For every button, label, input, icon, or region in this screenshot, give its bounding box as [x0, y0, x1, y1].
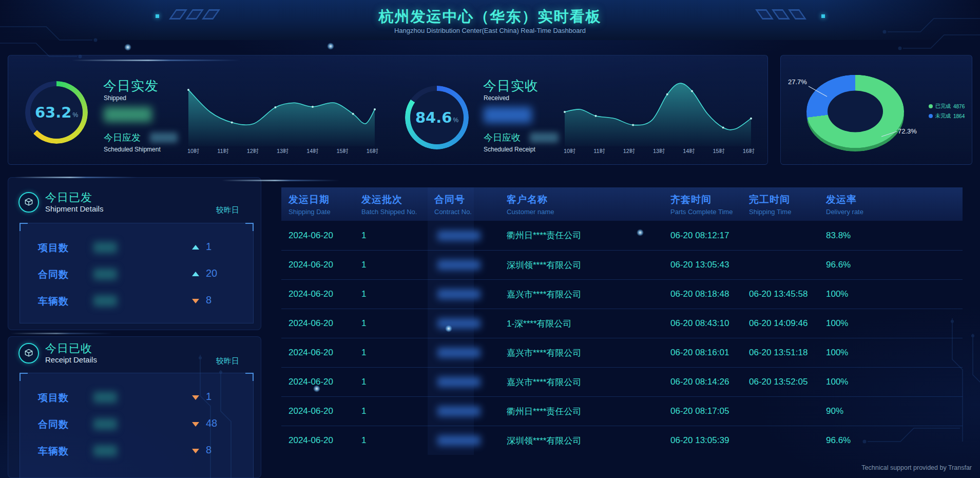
legend-item[interactable]: 未完成 1864	[929, 112, 965, 120]
cell-delivery-rate: 83.8%	[819, 231, 963, 241]
light-streak	[10, 333, 113, 334]
shipped-gauge-value: 63.2	[35, 104, 72, 121]
kpi-row: 合同数 20	[20, 267, 253, 281]
column-title-zh: 发运日期	[289, 193, 354, 206]
circuit-decoration	[169, 355, 252, 478]
cell-customer-name: 1-深****有限公司	[499, 318, 663, 330]
shipment-compare-label: 较昨日	[216, 205, 239, 215]
x-axis-tick: 12时	[247, 147, 259, 155]
kpi-label: 车辆数	[38, 295, 69, 308]
cell-contract-no	[427, 435, 499, 446]
cell-customer-name: 嘉兴市****有限公司	[499, 376, 663, 388]
cell-parts-complete-time: 06-20 08:17:05	[663, 406, 742, 416]
receipt-box-icon	[18, 343, 39, 364]
table-header-cell: 完工时间 Shipping Time	[742, 187, 819, 221]
cell-contract-no	[427, 406, 499, 416]
kpi-label: 项目数	[38, 391, 69, 405]
column-title-en: Batch Shipped No.	[361, 208, 427, 216]
light-streak	[14, 177, 138, 178]
cell-shipping-time: 06-20 13:45:58	[742, 289, 819, 299]
contract-value-blurred	[437, 435, 481, 446]
cell-batch-no: 1	[354, 406, 427, 416]
glow-dot	[313, 385, 320, 392]
x-axis-tick: 15时	[713, 147, 724, 155]
cell-contract-no	[427, 377, 499, 387]
shipped-rate-gauge: 63.2 %	[25, 81, 88, 144]
column-title-zh: 齐套时间	[670, 193, 742, 206]
x-axis-tick: 10时	[564, 147, 575, 155]
table-header-cell: 发运日期 Shipping Date	[281, 187, 354, 221]
table-header-row: 发运日期 Shipping Date 发运批次 Batch Shipped No…	[281, 187, 963, 221]
column-title-en: Shipping Date	[289, 208, 354, 216]
cell-customer-name: 嘉兴市****有限公司	[499, 289, 663, 300]
legend-item[interactable]: 已完成 4876	[929, 103, 965, 110]
received-title: 今日实收	[483, 77, 539, 95]
kpi-value-blurred	[93, 242, 117, 253]
x-axis-tick: 15时	[336, 147, 348, 155]
cell-contract-no	[427, 231, 499, 241]
cell-parts-complete-time: 06-20 08:18:48	[663, 289, 742, 299]
shipment-kpi-box: 项目数 1 合同数 20 车辆数 8	[20, 223, 254, 323]
contract-value-blurred	[437, 231, 481, 241]
x-axis-tick: 13时	[277, 147, 289, 155]
x-axis-tick: 11时	[593, 147, 605, 155]
shipment-details-panel: 今日已发 Shipment Details 较昨日 项目数 1 合同数 20 车…	[8, 177, 261, 330]
kpi-label: 车辆数	[38, 445, 69, 458]
cell-delivery-rate: 100%	[819, 289, 963, 299]
received-trend-chart: 10时11时12时13时14时15时16时	[562, 72, 757, 155]
cell-parts-complete-time: 06-20 13:05:39	[663, 435, 742, 446]
cell-parts-complete-time: 06-20 08:12:17	[663, 231, 742, 241]
cell-parts-complete-time: 06-20 08:43:10	[663, 318, 742, 329]
table-row: 2024-06-20 1 嘉兴市****有限公司 06-20 08:14:26 …	[281, 367, 963, 396]
cell-shipping-date: 2024-06-20	[281, 435, 354, 446]
cell-delivery-rate: 96.6%	[819, 260, 963, 270]
light-streak	[222, 180, 340, 181]
column-title-zh: 完工时间	[749, 193, 819, 206]
column-title-zh: 合同号	[434, 193, 499, 206]
received-gauge-value: 84.6	[415, 109, 452, 126]
cell-customer-name: 嘉兴市****有限公司	[499, 347, 663, 359]
page-title: 杭州发运中心（华东）实时看板	[0, 7, 980, 27]
kpi-value-blurred	[93, 269, 117, 280]
column-title-en: Contract No.	[434, 208, 499, 216]
table-row: 2024-06-20 1 衢州日****责任公司 06-20 08:12:17 …	[281, 221, 963, 250]
cell-batch-no: 1	[354, 231, 427, 241]
legend-label: 未完成	[935, 112, 951, 120]
scheduled-shipment-label: 今日应发	[104, 131, 141, 144]
shipped-trend-chart: 10时11时12时13时14时15时16时	[185, 72, 380, 155]
table-row: 2024-06-20 1 嘉兴市****有限公司 06-20 08:18:48 …	[281, 279, 963, 309]
cell-shipping-date: 2024-06-20	[281, 406, 354, 416]
scheduled-receipt-sublabel: Scheduled Receipt	[484, 146, 535, 153]
legend-dot-icon	[929, 114, 933, 118]
table-header-cell: 发运率 Delivery rate	[819, 187, 963, 221]
cell-delivery-rate: 100%	[819, 348, 963, 358]
cell-batch-no: 1	[354, 289, 427, 299]
contract-value-blurred	[437, 348, 481, 358]
circuit-decoration	[852, 416, 960, 467]
cell-shipping-date: 2024-06-20	[281, 348, 354, 358]
cell-batch-no: 1	[354, 377, 427, 387]
column-title-en: Shipping Time	[749, 208, 819, 216]
cell-contract-no	[427, 260, 499, 270]
cell-delivery-rate: 100%	[819, 318, 963, 329]
donut-leader-line	[880, 127, 898, 139]
receipt-panel-subtitle: Receipt Details	[45, 355, 97, 364]
donut-legend: 已完成 4876 未完成 1864	[929, 103, 965, 120]
cell-customer-name: 衢州日****责任公司	[499, 406, 663, 417]
received-gauge-unit: %	[453, 117, 458, 124]
kpi-row: 车辆数 8	[20, 294, 253, 308]
legend-label: 已完成	[935, 103, 951, 110]
kpi-label: 合同数	[38, 268, 69, 281]
shipped-subtitle: Shipped	[104, 94, 126, 102]
kpi-label: 合同数	[38, 418, 69, 431]
shipped-x-axis: 10时11时12时13时14时15时16时	[185, 146, 380, 155]
received-value-blurred	[484, 107, 532, 123]
cell-shipping-time: 06-20 13:52:05	[742, 377, 819, 387]
x-axis-tick: 16时	[743, 147, 755, 155]
cell-parts-complete-time: 06-20 08:16:01	[663, 348, 742, 358]
column-title-en: Customer name	[507, 208, 663, 216]
circuit-decoration	[0, 14, 108, 66]
kpi-value-blurred	[93, 445, 117, 456]
contract-value-blurred	[437, 260, 481, 270]
contract-value-blurred	[437, 377, 481, 387]
